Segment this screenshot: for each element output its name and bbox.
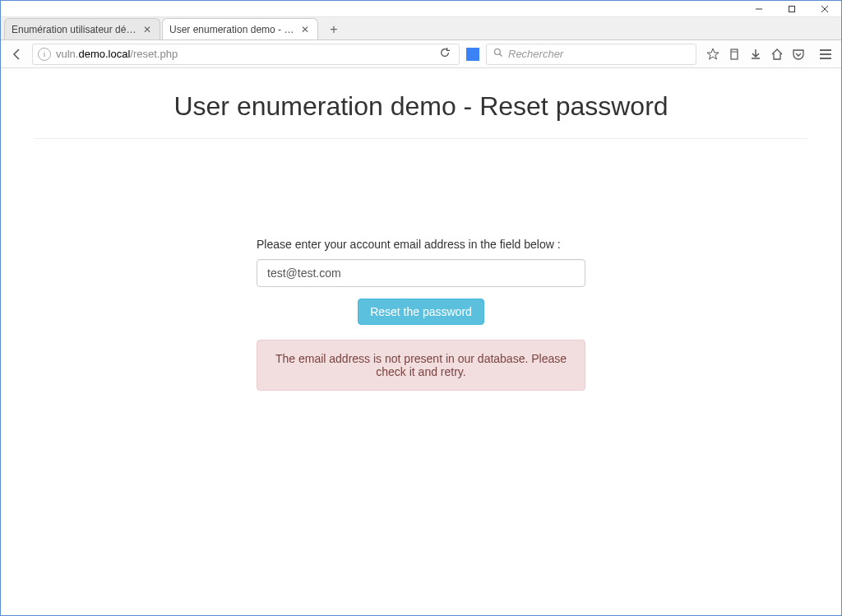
page-title: User enumeration demo - Reset password (34, 85, 808, 139)
url-bar[interactable]: i vuln.demo.local/reset.php (32, 44, 460, 65)
tab-label: User enumeration demo - Reset (169, 24, 296, 35)
extension-icon[interactable] (466, 48, 479, 61)
new-tab-button[interactable]: + (323, 20, 345, 39)
url-domain: demo.local (78, 48, 130, 60)
search-icon (493, 48, 503, 60)
window-maximize-button[interactable] (775, 1, 808, 17)
search-bar[interactable]: Rechercher (486, 44, 696, 65)
back-button[interactable] (6, 43, 29, 66)
url-prefix: vuln. (56, 48, 78, 60)
reset-form: Please enter your account email address … (257, 238, 585, 391)
search-placeholder: Rechercher (508, 48, 563, 60)
tab-label: Enumération utilisateur démo - I (12, 24, 138, 35)
library-icon[interactable] (724, 43, 744, 66)
svg-rect-6 (731, 49, 738, 59)
reload-icon[interactable] (436, 47, 454, 61)
svg-rect-1 (789, 6, 795, 12)
tab-close-icon[interactable]: ✕ (141, 24, 153, 35)
toolbar-icons (703, 43, 808, 66)
error-alert: The email address is not present in our … (257, 340, 585, 391)
tab-active[interactable]: User enumeration demo - Reset ✕ (162, 18, 318, 39)
reset-password-button[interactable]: Reset the password (358, 299, 484, 325)
url-text: vuln.demo.local/reset.php (56, 48, 436, 60)
tab-inactive[interactable]: Enumération utilisateur démo - I ✕ (4, 18, 160, 39)
email-field[interactable] (257, 259, 585, 287)
page-content: User enumeration demo - Reset password P… (1, 68, 841, 615)
window-title-bar (1, 1, 841, 17)
svg-point-4 (495, 49, 501, 55)
home-icon[interactable] (767, 43, 787, 66)
site-info-icon[interactable]: i (38, 48, 51, 61)
pocket-icon[interactable] (789, 43, 808, 66)
email-label: Please enter your account email address … (257, 238, 585, 251)
tab-close-icon[interactable]: ✕ (299, 24, 311, 35)
bookmark-star-icon[interactable] (703, 43, 723, 66)
svg-line-5 (500, 54, 502, 57)
nav-bar: i vuln.demo.local/reset.php Rechercher (1, 40, 841, 68)
window-controls (743, 1, 841, 17)
url-path: /reset.php (130, 48, 178, 60)
window-minimize-button[interactable] (743, 1, 775, 17)
downloads-icon[interactable] (746, 43, 766, 66)
menu-button[interactable] (815, 44, 836, 65)
tab-strip: Enumération utilisateur démo - I ✕ User … (1, 17, 841, 40)
window-close-button[interactable] (808, 1, 841, 17)
